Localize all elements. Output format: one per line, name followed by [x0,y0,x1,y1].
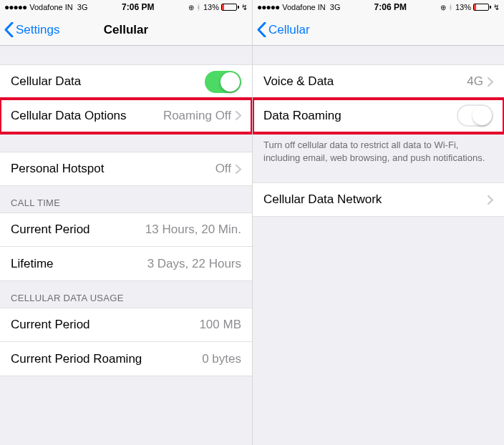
chevron-right-icon [488,195,493,205]
data-roaming-label: Data Roaming [263,109,341,123]
signal-dots-icon: ●●●●● [257,2,279,12]
rotation-lock-icon: ⊕ [440,4,446,11]
footer-help-text: Turn off cellular data to restrict all d… [253,133,504,170]
battery-icon [473,4,491,11]
options-value: Roaming Off [163,109,231,123]
network-label: 3G [330,3,341,11]
call-lifetime-value: 3 Days, 22 Hours [147,257,241,271]
signal-dots-icon: ●●●●● [4,2,26,12]
back-button[interactable]: Settings [0,22,59,37]
row-usage-roaming: Current Period Roaming 0 bytes [0,342,252,376]
back-label: Cellular [268,23,310,37]
voice-data-label: Voice & Data [263,74,334,89]
chevron-right-icon [488,77,493,87]
back-label: Settings [16,23,59,37]
nav-bar: Settings Cellular [0,14,252,46]
usage-roaming-value: 0 bytes [202,352,241,366]
battery-percent: 13% [203,3,219,11]
hotspot-value: Off [215,162,231,176]
status-time: 7:06 PM [88,2,188,12]
row-usage-current: Current Period 100 MB [0,308,252,342]
row-cellular-data-network[interactable]: Cellular Data Network [253,182,504,217]
chevron-right-icon [236,165,241,174]
bluetooth-icon: ᚼ [196,3,201,11]
row-cellular-data[interactable]: Cellular Data [0,64,252,99]
usage-current-label: Current Period [11,318,90,332]
nav-bar: Cellular [253,14,504,46]
voice-data-value: 4G [467,74,483,89]
network-label: 3G [77,3,88,11]
row-call-lifetime: Lifetime 3 Days, 22 Hours [0,247,252,281]
cellular-data-label: Cellular Data [11,74,81,89]
status-time: 7:06 PM [341,2,440,12]
options-label: Cellular Data Options [11,109,127,123]
charging-icon: ↯ [241,3,248,12]
screen-cellular-options: ●●●●● Vodafone IN 3G 7:06 PM ⊕ ᚼ 13% ↯ C… [252,0,504,445]
bluetooth-icon: ᚼ [448,3,453,11]
back-button[interactable]: Cellular [253,22,310,37]
cdn-label: Cellular Data Network [263,192,382,207]
data-roaming-switch[interactable] [457,104,493,127]
battery-percent: 13% [455,3,471,11]
call-current-label: Current Period [11,222,90,237]
status-bar: ●●●●● Vodafone IN 3G 7:06 PM ⊕ ᚼ 13% ↯ [253,0,504,14]
call-lifetime-label: Lifetime [11,257,54,271]
screen-cellular: ●●●●● Vodafone IN 3G 7:06 PM ⊕ ᚼ 13% ↯ S… [0,0,252,445]
usage-current-value: 100 MB [199,318,241,332]
charging-icon: ↯ [493,3,500,12]
row-cellular-data-options[interactable]: Cellular Data Options Roaming Off [0,99,252,133]
carrier-label: Vodafone IN [29,3,73,11]
chevron-right-icon [236,111,241,120]
chevron-left-icon [257,22,266,37]
row-voice-data[interactable]: Voice & Data 4G [253,64,504,99]
cellular-data-switch[interactable] [205,71,241,93]
chevron-left-icon [4,22,14,37]
usage-roaming-label: Current Period Roaming [11,352,142,366]
status-bar: ●●●●● Vodafone IN 3G 7:06 PM ⊕ ᚼ 13% ↯ [0,0,252,14]
call-current-value: 13 Hours, 20 Min. [145,222,241,237]
hotspot-label: Personal Hotspot [11,162,104,176]
row-call-current: Current Period 13 Hours, 20 Min. [0,212,252,247]
battery-icon [221,4,239,11]
row-data-roaming[interactable]: Data Roaming [253,99,504,133]
section-header-usage: CELLULAR DATA USAGE [0,281,252,308]
row-personal-hotspot[interactable]: Personal Hotspot Off [0,152,252,186]
section-header-call-time: CALL TIME [0,186,252,212]
rotation-lock-icon: ⊕ [188,4,194,11]
carrier-label: Vodafone IN [282,3,326,11]
